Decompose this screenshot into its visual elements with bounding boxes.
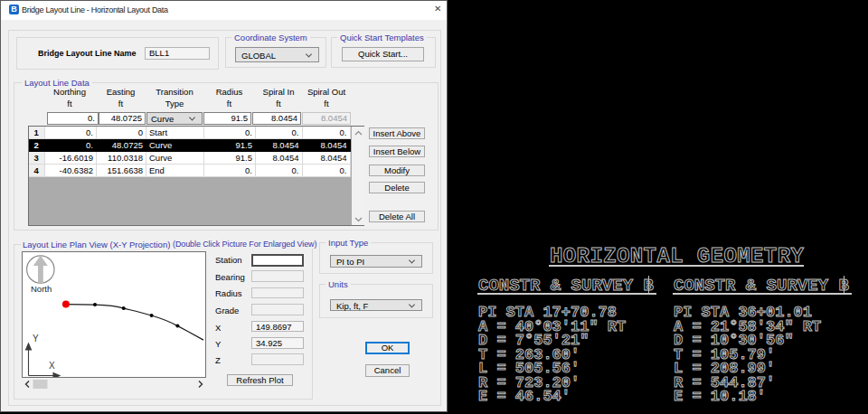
svg-text:North: North (31, 284, 52, 294)
svg-text:X: X (49, 361, 55, 371)
svg-text:Y: Y (33, 334, 39, 343)
